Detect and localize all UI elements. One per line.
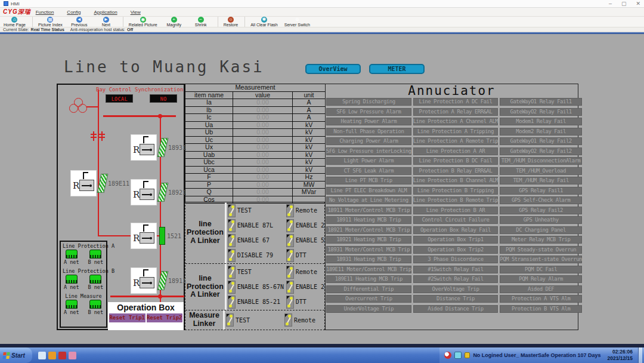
linker-switch-icon[interactable] (286, 266, 294, 279)
annunciator-tile[interactable]: Line PT MCB Trip (326, 177, 411, 184)
overview-button[interactable]: OverView (305, 64, 361, 74)
annunciator-tile[interactable]: Non-full Phase Operation (326, 128, 411, 136)
menu-item[interactable]: Function (36, 10, 54, 15)
annunciator-tile[interactable]: Protection B Relay ERR&AL (413, 167, 499, 175)
annunciator-tile[interactable]: Aided DEF (500, 285, 582, 293)
disconnector-icon[interactable] (157, 271, 169, 290)
annunciator-tile[interactable]: No Voltage at Line Metering (326, 196, 411, 204)
tray-icon[interactable] (454, 352, 462, 359)
linker-switch-icon[interactable] (226, 313, 234, 327)
relay-box-icon[interactable]: R (131, 179, 157, 205)
linker-switch-icon[interactable] (228, 219, 236, 232)
linker-switch-icon[interactable] (228, 249, 236, 262)
annunciator-tile[interactable]: Protection A VTS Alm (500, 295, 582, 303)
start-button[interactable]: Start (0, 347, 32, 363)
annunciator-tile[interactable]: GPS Relay Fail2 (500, 207, 582, 214)
annunciator-tile[interactable]: Operation Box Trip1 (413, 236, 499, 244)
relay-box-icon[interactable]: R (131, 267, 157, 294)
annunciator-tile[interactable]: 18911 Moter/Control MCB Trip (326, 207, 411, 214)
quick-launch-icon[interactable] (48, 352, 56, 359)
annunciator-tile[interactable]: 18921 Moter/Control MCB Trip (326, 226, 411, 234)
annunciator-tile[interactable]: Line Protection A Remote Trip (413, 137, 499, 145)
tray-icon[interactable] (444, 352, 451, 359)
linker-switch-icon[interactable] (286, 219, 294, 232)
toolbar-button[interactable]: ▦ Picture Index (32, 17, 63, 27)
annunciator-tile[interactable]: Protection B VTS Alm (500, 305, 582, 313)
annunciator-tile[interactable]: Spring Discharging (326, 98, 411, 106)
annunciator-tile[interactable]: Operation Box Trip2 (413, 246, 499, 254)
disconnector-icon[interactable] (157, 138, 169, 157)
annunciator-tile[interactable]: GateWayO1 Relay Fail2 (500, 137, 582, 145)
annunciator-tile[interactable]: CT SF6 Leak Alarm (326, 167, 411, 175)
annunciator-tile[interactable]: GPS Unheathy (500, 216, 582, 224)
annunciator-tile[interactable]: 18911 Heating MCB Trip (326, 216, 411, 224)
annunciator-tile[interactable]: Line Protection A Channel ALM (413, 118, 499, 125)
annunciator-tile[interactable]: Heating Power Alarm (326, 118, 411, 125)
annunciator-tile[interactable]: GateWayO2 Relay Fail1 (500, 108, 582, 116)
annunciator-tile[interactable]: 3 Phase Discordance (413, 256, 499, 263)
annunciator-tile[interactable]: Modem1 Relay Fail (500, 118, 582, 125)
annunciator-tile[interactable]: PQM Relay Alarm (500, 275, 582, 283)
toolbar-button[interactable]: ⊜ Server Switch (284, 17, 310, 27)
toolbar-button[interactable]: ○ Restore (218, 17, 239, 27)
linker-switch-icon[interactable] (228, 281, 236, 294)
annunciator-tile[interactable]: Line Protection A DC Fail (413, 98, 499, 106)
relay-box-icon[interactable]: R (70, 170, 97, 196)
linker-switch-icon[interactable] (228, 296, 236, 309)
annunciator-tile[interactable]: PQM Steady-state Overrun (500, 246, 582, 254)
disconnector-icon[interactable] (157, 183, 169, 202)
annunciator-tile[interactable]: Meter Relay MCB Trip (500, 236, 582, 244)
annunciator-tile[interactable]: Modem2 Relay Fail (500, 128, 582, 136)
linker-switch-icon[interactable] (286, 234, 294, 247)
maximize-button[interactable]: ▢ (621, 1, 627, 7)
quick-launch-icon[interactable] (69, 352, 76, 359)
annunciator-tile[interactable]: GPS Relay Fail1 (500, 187, 582, 195)
toolbar-button[interactable]: − Shrink (191, 17, 211, 27)
annunciator-tile[interactable]: Line PT ELEC Breakdown ALM (326, 187, 411, 195)
annunciator-tile[interactable]: TEM_/HUM_DisconnectionAlarm (500, 157, 582, 165)
annunciator-tile[interactable]: #1Switch Relay Fail (413, 266, 499, 273)
toolbar-button[interactable]: ◉ Related Picture (123, 17, 157, 27)
reset-trip1-button[interactable]: Reset Trip1 (109, 313, 145, 322)
quick-launch-icon[interactable] (38, 352, 46, 359)
breaker-closed-icon[interactable] (159, 227, 165, 245)
annunciator-tile[interactable]: DC Charging Panel (500, 226, 582, 234)
annunciator-tile[interactable]: #2Switch Relay Fail (413, 275, 499, 283)
toolbar-button[interactable]: ✱ All Clear Flash (244, 17, 278, 27)
reset-trip2-button[interactable]: Reset Trip2 (147, 313, 183, 322)
annunciator-tile[interactable]: UnderVoltage Trip (326, 305, 411, 313)
toolbar-button[interactable]: ◄ Previous (69, 17, 89, 27)
annunciator-tile[interactable]: 189E11 Moter/Control MCB Trip (326, 266, 411, 273)
annunciator-tile[interactable]: Line Protection A AR (413, 147, 499, 155)
annunciator-tile[interactable]: Overcurrent Trip (326, 295, 411, 303)
annunciator-tile[interactable]: 189E11 Heating MCB Trip (326, 275, 411, 283)
relay-box-icon[interactable]: R (131, 223, 157, 249)
annunciator-tile[interactable]: SF6 Low Pressure Alarm (326, 108, 411, 116)
toolbar-button[interactable]: + Magnify (164, 17, 184, 27)
annunciator-tile[interactable]: TEM_/HUM_Relay Fail (500, 177, 582, 184)
linker-switch-icon[interactable] (286, 249, 294, 262)
linker-switch-icon[interactable] (228, 204, 236, 217)
annunciator-tile[interactable]: Line Protection A Tripping (413, 128, 499, 136)
quick-launch-icon[interactable] (58, 352, 66, 359)
linker-switch-icon[interactable] (228, 234, 236, 247)
annunciator-tile[interactable]: SF6 Low Pressure interLocking (326, 147, 411, 155)
disconnector-icon[interactable] (97, 174, 109, 193)
annunciator-tile[interactable]: Line Protection B Remote Trip (413, 196, 499, 204)
annunciator-tile[interactable]: PQM DC Fail (500, 266, 582, 273)
annunciator-tile[interactable]: OverVoltage Trip (413, 285, 499, 293)
linker-switch-icon[interactable] (228, 266, 236, 279)
toolbar-button[interactable]: ► Next (96, 17, 116, 27)
annunciator-tile[interactable]: Differential Trip (326, 285, 411, 293)
annunciator-tile[interactable]: Aided Distance Trip (413, 305, 499, 313)
annunciator-tile[interactable]: Protection A Relay ERR&AL (413, 108, 499, 116)
minimize-button[interactable]: – (609, 1, 612, 7)
annunciator-tile[interactable]: TEM_/HUM_Overload (500, 167, 582, 175)
linker-switch-icon[interactable] (284, 313, 292, 327)
close-button[interactable]: ✕ (636, 1, 640, 7)
annunciator-tile[interactable]: Line Protection B Tripping (413, 187, 499, 195)
annunciator-tile[interactable]: GateWayO1 Relay Fail1 (500, 98, 582, 106)
show-desktop-button[interactable] (638, 347, 642, 363)
annunciator-tile[interactable]: PQM Stransient-state Overrun (500, 256, 582, 263)
annunciator-tile[interactable]: GateWayO2 Relay Fail2 (500, 147, 582, 155)
